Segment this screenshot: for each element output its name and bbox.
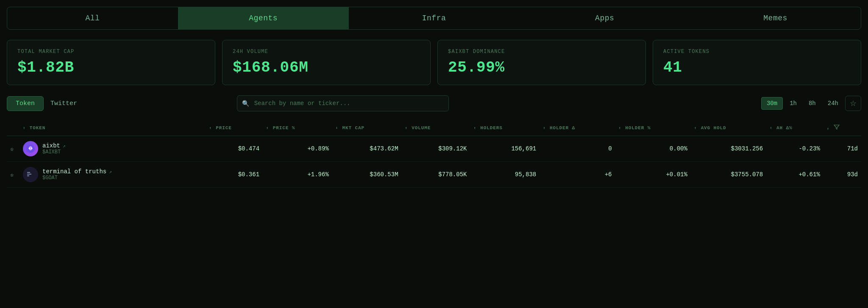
token-holder-pct: 0.00% [615,136,691,162]
token-last-col: 93d [823,162,861,188]
stat-total-market-cap-value: $1.82B [17,59,205,76]
svg-rect-6 [27,174,31,175]
col-header-holder-pct[interactable]: ⬆ HOLDER % [615,120,691,136]
token-volume: $309.12K [402,136,470,162]
token-ah-delta: +0.61% [766,162,823,188]
col-header-star [7,120,19,136]
col-header-avg-hold[interactable]: ⬆ AVG HOLD [691,120,766,136]
token-holders: 156,691 [470,136,540,162]
token-ticker: $GOAT [42,175,112,181]
table-row: ☆ aixbt ↗ $AIXBT $0.474 +0.89% $473.62M … [7,136,861,162]
stat-24h-volume: 24H VOLUME $168.06M [222,40,431,85]
time-btn-24h[interactable]: 24h [823,97,843,109]
col-header-volume[interactable]: ⬆ VOLUME [402,120,470,136]
svg-rect-7 [27,175,29,176]
token-avg-hold: $3031.256 [691,136,766,162]
stat-aixbt-dominance-label: $AIXBT DOMINANCE [448,49,635,55]
sort-icon-filter: ⬆ [827,127,829,131]
token-holder-pct: +0.01% [615,162,691,188]
svg-rect-5 [27,172,30,173]
twitter-button[interactable]: Twitter [50,100,77,107]
nav-tabs: All Agents Infra Apps Memes [7,7,861,30]
tab-apps[interactable]: Apps [519,7,690,29]
token-names: terminal of truths ↗ $GOAT [42,168,112,181]
col-header-token[interactable]: ⬆ TOKEN [19,120,206,136]
col-header-mkt-cap[interactable]: ⬇ MKT CAP [332,120,402,136]
star-toggle[interactable]: ☆ [7,136,19,162]
token-holders: 95,838 [470,162,540,188]
sort-icon-token: ⬆ [23,126,25,130]
token-mkt-cap: $473.62M [332,136,402,162]
stat-aixbt-dominance-value: 25.99% [448,59,635,76]
sort-icon-avg-hold: ⬆ [694,126,697,130]
search-icon: 🔍 [242,100,249,107]
token-holder-delta: 0 [540,136,615,162]
token-name-text[interactable]: aixbt [42,142,60,149]
time-btn-30m[interactable]: 30m [761,97,783,110]
time-btn-8h[interactable]: 8h [804,97,821,109]
token-price-pct: +1.96% [263,162,332,188]
token-ticker: $AIXBT [42,149,66,155]
stat-24h-volume-value: $168.06M [233,59,420,76]
sort-icon-price: ⬆ [209,126,211,130]
token-cell: terminal of truths ↗ $GOAT [19,162,206,188]
filter-icon [834,124,840,130]
token-name-text[interactable]: terminal of truths [42,168,106,175]
token-cell: aixbt ↗ $AIXBT [19,136,206,162]
search-input[interactable] [237,95,449,111]
external-link-icon[interactable]: ↗ [63,143,66,149]
token-mkt-cap: $360.53M [332,162,402,188]
stat-total-market-cap: TOTAL MARKET CAP $1.82B [7,40,215,85]
stat-active-tokens: ACTIVE TOKENS 41 [653,40,861,85]
svg-point-2 [29,148,30,149]
token-holder-delta: +6 [540,162,615,188]
token-last-col: 71d [823,136,861,162]
token-price: $0.361 [206,162,263,188]
col-header-ah-delta[interactable]: ⬆ AH Δ% [766,120,823,136]
token-ah-delta: -0.23% [766,136,823,162]
token-price-pct: +0.89% [263,136,332,162]
token-avg-hold: $3755.078 [691,162,766,188]
tab-agents[interactable]: Agents [178,7,349,29]
sort-icon-ah-delta: ⬆ [770,126,772,130]
stat-active-tokens-label: ACTIVE TOKENS [663,49,851,55]
col-header-price[interactable]: ⬆ PRICE [206,120,263,136]
col-header-price-pct[interactable]: ⬆ PRICE % [263,120,332,136]
tab-memes[interactable]: Memes [690,7,861,29]
token-volume: $778.05K [402,162,470,188]
token-button[interactable]: Token [7,96,44,111]
table-header-row: ⬆ TOKEN ⬆ PRICE ⬆ PRICE % ⬇ MKT CAP ⬆ VO… [7,120,861,136]
favorites-filter-button[interactable]: ☆ [845,96,861,111]
stats-row: TOTAL MARKET CAP $1.82B 24H VOLUME $168.… [7,40,861,85]
sort-icon-volume: ⬆ [405,126,408,130]
sort-icon-holders: ⬆ [473,126,476,130]
stat-24h-volume-label: 24H VOLUME [233,49,420,55]
tab-all[interactable]: All [7,7,178,29]
token-avatar [23,141,38,156]
stat-aixbt-dominance: $AIXBT DOMINANCE 25.99% [437,40,646,85]
sort-icon-mkt-cap: ⬇ [336,126,338,130]
table-body: ☆ aixbt ↗ $AIXBT $0.474 +0.89% $473.62M … [7,136,861,188]
search-container: 🔍 [237,95,449,111]
sort-icon-holder-delta: ⬆ [543,126,545,130]
stat-total-market-cap-label: TOTAL MARKET CAP [17,49,205,55]
sort-icon-price-pct: ⬆ [266,126,269,130]
col-header-holders[interactable]: ⬆ HOLDERS [470,120,540,136]
token-table: ⬆ TOKEN ⬆ PRICE ⬆ PRICE % ⬇ MKT CAP ⬆ VO… [7,120,861,188]
token-avatar [23,167,38,182]
col-header-filter[interactable]: ⬆ [823,120,861,136]
svg-point-3 [31,148,33,149]
controls-row: Token Twitter 🔍 30m 1h 8h 24h ☆ [7,95,861,111]
tab-infra[interactable]: Infra [349,7,520,29]
stat-active-tokens-value: 41 [663,59,851,76]
token-names: aixbt ↗ $AIXBT [42,142,66,155]
token-price: $0.474 [206,136,263,162]
token-main-name: aixbt ↗ [42,142,66,149]
external-link-icon[interactable]: ↗ [109,169,112,175]
token-main-name: terminal of truths ↗ [42,168,112,175]
time-btn-1h[interactable]: 1h [785,97,802,109]
table-row: ☆ terminal of truths ↗ $GOAT $0.361 +1.9… [7,162,861,188]
col-header-holder-delta[interactable]: ⬆ HOLDER Δ [540,120,615,136]
time-controls: 30m 1h 8h 24h ☆ [761,96,861,111]
star-toggle[interactable]: ☆ [7,162,19,188]
